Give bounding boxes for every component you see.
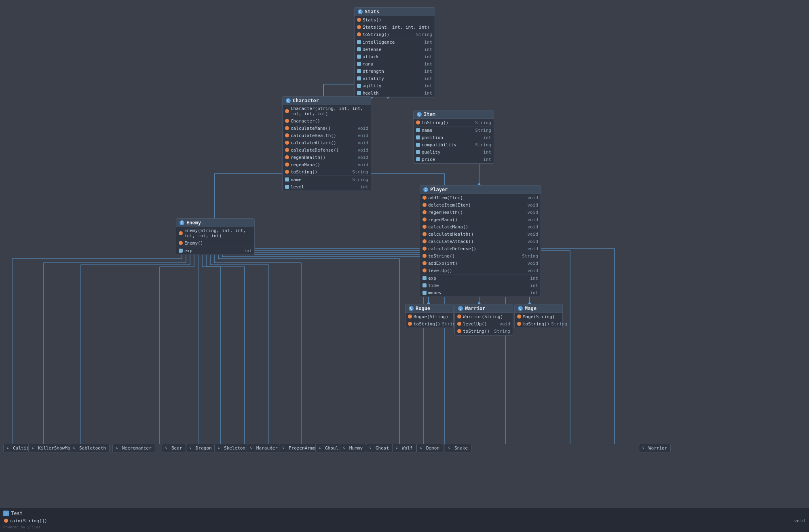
char-field-2[interactable]: level int [283,183,371,190]
stats-field-8[interactable]: health int [355,89,435,97]
warrior-method-2[interactable]: levelUp() void [455,320,513,327]
test-method-name: main(String[]) [10,518,47,524]
method-icon [422,268,427,272]
stats-field-5[interactable]: strength int [355,68,435,75]
demon-mini-box[interactable]: C Demon [416,444,443,452]
item-method-1[interactable]: toString() String [414,119,494,126]
stats-field-3[interactable]: attack int [355,53,435,60]
item-field-4[interactable]: quality int [414,148,494,156]
item-field-2[interactable]: position int [414,134,494,141]
char-field-1[interactable]: name String [283,176,371,183]
wolf-icon: C [396,446,400,450]
char-method-4[interactable]: calculateHealth() void [283,132,371,139]
player-field-2[interactable]: time int [420,282,541,289]
test-panel-header[interactable]: T Test [3,510,806,517]
stats-field-2[interactable]: defense int [355,46,435,53]
player-method-10[interactable]: addExp(int) void [420,260,541,267]
player-method-8[interactable]: calculateDefense() void [420,245,541,252]
ghost-label: Ghost [376,445,389,451]
item-field-3[interactable]: compatibility String [414,141,494,148]
player-method-3[interactable]: regenHealth() void [420,209,541,216]
cultist-icon: C [7,446,11,450]
player-method-5[interactable]: calculateMana() void [420,223,541,230]
char-method-2[interactable]: Character() [283,117,371,125]
char-method-6[interactable]: calculateDefense() void [283,146,371,154]
field-icon [357,62,361,66]
warrior-methods: Warrior(String) levelUp() void toString(… [455,313,513,335]
stats-field-1[interactable]: intelligence int [355,38,435,46]
rogue-class-icon: C [409,306,414,311]
item-field-1[interactable]: name String [414,127,494,134]
character-class-box: C Character Character(String, int, int, … [282,96,371,191]
stats-class-name: Stats [365,9,379,15]
skeleton-icon: C [218,446,222,450]
stats-method-1[interactable]: Stats() [355,16,435,23]
char-method-9[interactable]: toString() String [283,168,371,175]
ghoul-label: Ghoul [325,445,338,451]
necromancer-mini-box[interactable]: C Necromancer [112,444,155,452]
dragon-mini-box[interactable]: C Dragon [186,444,215,452]
player-field-3[interactable]: money int [420,289,541,296]
lock-icon [416,135,420,139]
lock-icon [416,157,420,161]
char-method-7[interactable]: regenHealth() void [283,154,371,161]
char-method-8[interactable]: regenMana() void [283,161,371,168]
char-method-5[interactable]: calculateAttack() void [283,139,371,146]
marauder-icon: C [250,446,254,450]
frozenarmor-label: FrozenArmor [289,445,318,451]
player-method-4[interactable]: regenMana() void [420,216,541,223]
warrior-bottom-mini-box[interactable]: C Warrior [639,444,671,452]
wolf-mini-box[interactable]: C Wolf [392,444,416,452]
stats-class-icon: C [358,9,363,14]
item-class-name: Item [424,112,435,117]
char-method-3[interactable]: calculateMana() void [283,125,371,132]
mage-method-1[interactable]: Mage(String) [515,313,562,320]
method-icon [179,241,183,245]
warrior-method-3[interactable]: toString() String [455,327,513,335]
enemy-method-1[interactable]: Enemy(String, int, int, int, int, int) [176,227,254,239]
warrior-header: C Warrior [455,304,513,313]
player-method-1[interactable]: addItem(Item) void [420,194,541,201]
item-field-5[interactable]: price int [414,156,494,163]
player-method-7[interactable]: calculateAttack() void [420,238,541,245]
test-main-row[interactable]: main(String[]) void [3,517,806,524]
player-method-11[interactable]: levelUp() void [420,267,541,274]
frozenarmor-icon: C [283,446,287,450]
stats-method-3[interactable]: toString() String [355,31,435,38]
warrior-method-1[interactable]: Warrior(String) [455,313,513,320]
stats-method-2[interactable]: Stats(int, int, int, int) [355,23,435,31]
stats-field-6[interactable]: vitality int [355,75,435,82]
svg-marker-11 [477,182,481,185]
mummy-mini-box[interactable]: C Mummy [340,444,366,452]
ghoul-mini-box[interactable]: C Ghoul [315,444,342,452]
char-method-1[interactable]: Character(String, int, int, int, int, in… [283,105,371,117]
enemy-field-1[interactable]: exp int [176,247,254,254]
player-field-1[interactable]: exp int [420,274,541,282]
skeleton-label: Skeleton [224,445,245,451]
player-method-6[interactable]: calculateHealth() void [420,230,541,238]
stats-field-4[interactable]: mana int [355,60,435,68]
skeleton-mini-box[interactable]: C Skeleton [214,444,249,452]
demon-icon: C [420,446,424,450]
player-method-2[interactable]: deleteItem(Item) void [420,201,541,209]
stats-field-7[interactable]: agility int [355,82,435,89]
bear-mini-box[interactable]: C Bear [162,444,186,452]
enemy-method-2[interactable]: Enemy() [176,239,254,247]
rogue-method-1[interactable]: Rogue(String) [406,313,453,320]
mage-method-2[interactable]: toString() String [515,320,562,327]
marauder-mini-box[interactable]: C Marauder [247,444,281,452]
svg-marker-12 [427,301,430,304]
rogue-method-2[interactable]: toString() String [406,320,453,327]
sabletooth-mini-box[interactable]: C Sabletooth [70,444,110,452]
character-header: C Character [283,97,371,105]
mummy-icon: C [343,446,347,450]
lock-icon [285,177,289,182]
rogue-class-box: C Rogue Rogue(String) toString() String [405,304,454,328]
snake-mini-box[interactable]: C Snake [445,444,471,452]
mage-class-icon: C [518,306,523,311]
dragon-label: Dragon [196,445,212,451]
ghost-mini-box[interactable]: C Ghost [366,444,393,452]
method-icon [285,133,289,137]
bottom-test-panel: T Test main(String[]) void Powered by yF… [0,508,809,532]
player-method-9[interactable]: toString() String [420,252,541,260]
